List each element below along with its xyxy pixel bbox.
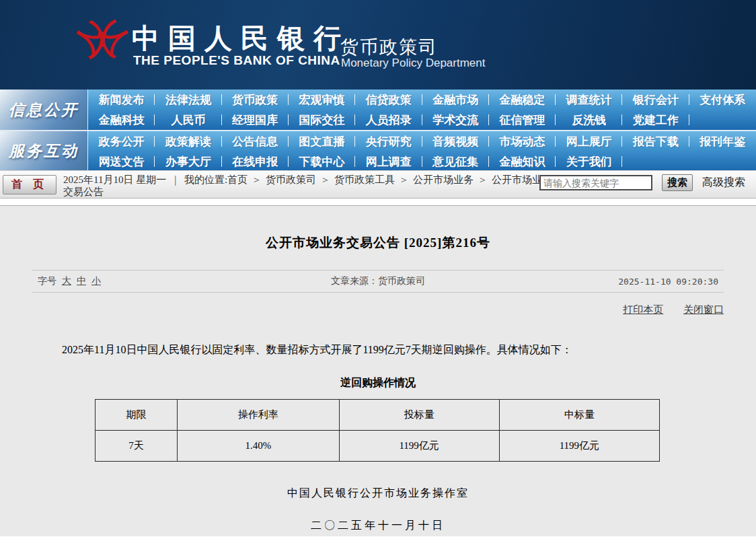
breadcrumb-separator: ＞ xyxy=(474,174,492,185)
nav-item[interactable]: 反洗钱 xyxy=(556,110,622,130)
article-source: 文章来源：货币政策司 xyxy=(264,275,491,287)
date-text: 2025年11月10日 星期一 xyxy=(63,174,166,185)
breadcrumb-separator: ＞ xyxy=(248,174,266,185)
breadcrumb-bar: 首 页 2025年11月10日 星期一｜我的位置:首页＞货币政策司＞货币政策工具… xyxy=(0,170,756,199)
bank-name-en: THE PEOPLE'S BANK OF CHINA xyxy=(133,53,340,68)
dept-name-cn: 货币政策司 xyxy=(340,35,438,59)
font-size-label: 字号 xyxy=(38,276,56,286)
nav-item[interactable]: 人员招录 xyxy=(355,110,422,130)
nav-section-service: 服务互动 政务公开 政策解读 公告信息 图文直播 央行研究 音频视频 市场动态 … xyxy=(0,130,756,170)
breadcrumb: 2025年11月10日 星期一｜我的位置:首页＞货币政策司＞货币政策工具＞公开市… xyxy=(63,174,562,198)
breadcrumb-link[interactable]: 货币政策工具 xyxy=(334,174,395,185)
article-body: 2025年11月10日中国人民银行以固定利率、数量招标方式开展了1199亿元7天… xyxy=(40,342,716,358)
breadcrumb-link[interactable]: 首页 xyxy=(227,174,248,185)
nav-section-label-service[interactable]: 服务互动 xyxy=(0,131,88,170)
advanced-search-link[interactable]: 高级搜索 xyxy=(702,176,745,190)
close-link[interactable]: 关闭窗口 xyxy=(683,304,724,315)
nav-item[interactable]: 金融知识 xyxy=(489,151,556,172)
nav-item-empty xyxy=(622,151,689,172)
signature-date: 二〇二五年十一月十日 xyxy=(0,519,756,533)
table-cell: 1199亿元 xyxy=(339,431,499,462)
nav-item[interactable]: 央行研究 xyxy=(355,131,422,151)
nav-section-info: 信息公开 新闻发布 法律法规 货币政策 宏观审慎 信贷政策 金融市场 金融稳定 … xyxy=(0,90,756,130)
article-timestamp: 2025-11-10 09:20:30 xyxy=(492,277,718,287)
breadcrumb-divider: ｜ xyxy=(166,174,184,185)
pboc-logo-icon[interactable]: 人 人 人 人 xyxy=(75,17,129,73)
nav-item[interactable]: 金融市场 xyxy=(422,90,489,110)
nav-item[interactable]: 调查统计 xyxy=(556,90,622,110)
table-cell: 7天 xyxy=(96,431,178,462)
breadcrumb-link[interactable]: 货币政策司 xyxy=(266,174,316,185)
source-label: 文章来源： xyxy=(331,276,378,286)
home-button[interactable]: 首 页 xyxy=(3,175,56,194)
nav-item[interactable]: 网上展厅 xyxy=(556,131,622,151)
nav-item[interactable]: 党建工作 xyxy=(622,110,689,130)
article-title: 公开市场业务交易公告 [2025]第216号 xyxy=(0,206,756,252)
nav-item[interactable]: 银行会计 xyxy=(622,90,689,110)
nav-item[interactable]: 下载中心 xyxy=(289,151,355,172)
search-input[interactable] xyxy=(539,175,652,190)
gap-strip xyxy=(0,199,756,205)
table-title: 逆回购操作情况 xyxy=(0,376,756,390)
nav-item[interactable]: 法律法规 xyxy=(155,90,221,110)
table-header-cell: 期限 xyxy=(96,400,178,431)
svg-text:人: 人 xyxy=(87,30,117,61)
nav-item[interactable]: 市场动态 xyxy=(489,131,556,151)
nav-grid-info: 新闻发布 法律法规 货币政策 宏观审慎 信贷政策 金融市场 金融稳定 调查统计 … xyxy=(88,90,756,130)
breadcrumb-separator: ＞ xyxy=(395,174,413,185)
table-header-cell: 操作利率 xyxy=(178,400,339,431)
dept-name-en: Monetary Policy Department xyxy=(341,57,485,70)
nav-item[interactable]: 政务公开 xyxy=(88,131,155,151)
signature: 中国人民银行公开市场业务操作室 xyxy=(0,487,756,501)
nav-item[interactable]: 网上调查 xyxy=(355,151,422,172)
nav-item[interactable]: 信贷政策 xyxy=(355,90,422,110)
search-group: 搜索 高级搜索 xyxy=(539,174,752,191)
nav-item[interactable]: 征信管理 xyxy=(489,110,556,130)
nav-item[interactable]: 政策解读 xyxy=(155,131,221,151)
nav-item[interactable]: 人民币 xyxy=(155,110,221,130)
breadcrumb-separator: ＞ xyxy=(316,174,334,185)
nav-item[interactable]: 宏观审慎 xyxy=(289,90,355,110)
nav-item-empty xyxy=(689,151,756,172)
nav-item[interactable]: 意见征集 xyxy=(422,151,489,172)
nav-item[interactable]: 关于我们 xyxy=(556,151,622,172)
nav-item[interactable]: 新闻发布 xyxy=(88,90,155,110)
nav-item[interactable]: 报告下载 xyxy=(622,131,689,151)
print-link[interactable]: 打印本页 xyxy=(623,304,663,315)
breadcrumb-link[interactable]: 公开市场业务 xyxy=(413,174,474,185)
nav-item[interactable]: 金融科技 xyxy=(88,110,155,130)
search-button[interactable]: 搜索 xyxy=(662,174,693,191)
source-value: 货币政策司 xyxy=(378,276,425,286)
font-size-small[interactable]: 小 xyxy=(91,276,101,286)
nav-item[interactable]: 音频视频 xyxy=(422,131,489,151)
table-cell: 1.40% xyxy=(178,431,339,462)
nav-item[interactable]: 经理国库 xyxy=(222,110,289,130)
nav-item[interactable]: 支付体系 xyxy=(689,90,756,110)
table-row: 7天 1.40% 1199亿元 1199亿元 xyxy=(96,431,660,462)
font-size-medium[interactable]: 中 xyxy=(77,276,86,286)
nav-grid-service: 政务公开 政策解读 公告信息 图文直播 央行研究 音频视频 市场动态 网上展厅 … xyxy=(88,131,756,170)
nav-item[interactable]: 在线申报 xyxy=(222,151,289,172)
nav-item[interactable]: 公告信息 xyxy=(222,131,289,151)
nav-item[interactable]: 学术交流 xyxy=(422,110,489,130)
nav-item[interactable]: 金融稳定 xyxy=(489,90,556,110)
nav-section-label-info[interactable]: 信息公开 xyxy=(0,90,88,130)
site-header: 人 人 人 人 中国人民银行 THE PEOPLE'S BANK OF CHIN… xyxy=(0,0,756,90)
table-header-cell: 投标量 xyxy=(339,400,499,431)
table-header-cell: 中标量 xyxy=(499,400,659,431)
table-cell: 1199亿元 xyxy=(499,431,659,462)
nav-item[interactable]: 办事大厅 xyxy=(155,151,221,172)
nav-item[interactable]: 图文直播 xyxy=(289,131,355,151)
nav-item[interactable]: 货币政策 xyxy=(222,90,289,110)
page-action-links: 打印本页 关闭窗口 xyxy=(32,303,724,316)
article-panel: 公开市场业务交易公告 [2025]第216号 字号大中小 文章来源：货币政策司 … xyxy=(0,205,756,536)
location-label: 我的位置: xyxy=(184,174,227,185)
font-size-controls: 字号大中小 xyxy=(38,275,264,287)
article-meta-row: 字号大中小 文章来源：货币政策司 2025-11-10 09:20:30 xyxy=(32,270,724,293)
nav-item[interactable]: 网送文告 xyxy=(88,151,155,172)
font-size-large[interactable]: 大 xyxy=(62,276,71,286)
nav-item[interactable]: 国际交往 xyxy=(289,110,355,130)
table-header-row: 期限 操作利率 投标量 中标量 xyxy=(96,400,660,431)
nav-item[interactable]: 报刊年鉴 xyxy=(689,131,756,151)
repo-operations-table: 期限 操作利率 投标量 中标量 7天 1.40% 1199亿元 1199亿元 xyxy=(95,399,660,462)
